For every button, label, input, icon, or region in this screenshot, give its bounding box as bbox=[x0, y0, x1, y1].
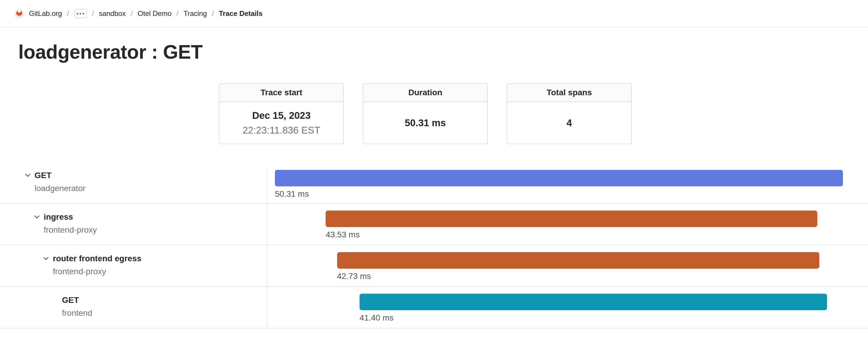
ellipsis-icon bbox=[80, 13, 81, 14]
span-operation-label: GET bbox=[62, 294, 79, 306]
breadcrumb-item-sandbox[interactable]: sandbox bbox=[99, 9, 126, 18]
span-info-cell: GET loadgenerator bbox=[0, 168, 267, 203]
chevron-down-icon bbox=[24, 171, 32, 179]
span-bar-track bbox=[275, 211, 843, 227]
trace-start-card: Trace start Dec 15, 2023 22:23:11.836 ES… bbox=[219, 83, 344, 144]
breadcrumb-separator: / bbox=[67, 9, 69, 18]
span-duration-label: 43.53 ms bbox=[326, 230, 843, 240]
span-waterfall: GET loadgenerator 50.31 ms ingress front… bbox=[0, 168, 868, 328]
span-service-label: frontend-proxy bbox=[42, 266, 267, 277]
span-info-cell: GET frontend bbox=[0, 287, 267, 328]
span-timeline-cell: 41.40 ms bbox=[267, 287, 868, 328]
span-duration-bar[interactable] bbox=[326, 211, 817, 227]
total-spans-value: 4 bbox=[566, 117, 572, 129]
span-bar-track bbox=[275, 170, 843, 186]
breadcrumb-item-otel-demo[interactable]: Otel Demo bbox=[138, 9, 172, 18]
span-duration-bar[interactable] bbox=[337, 252, 819, 268]
duration-card-body: 50.31 ms bbox=[363, 102, 487, 144]
breadcrumb-item-trace-details: Trace Details bbox=[219, 9, 262, 18]
breadcrumb-item-gitlab-org[interactable]: GitLab.org bbox=[29, 9, 62, 18]
span-operation-label: ingress bbox=[44, 212, 73, 223]
breadcrumb-separator: / bbox=[212, 9, 214, 18]
span-duration-label: 50.31 ms bbox=[275, 189, 843, 199]
summary-cards: Trace start Dec 15, 2023 22:23:11.836 ES… bbox=[219, 83, 868, 144]
span-bar-track bbox=[275, 252, 843, 268]
gitlab-tanuki-icon bbox=[16, 11, 23, 17]
breadcrumb-item-tracing[interactable]: Tracing bbox=[183, 9, 207, 18]
duration-value: 50.31 ms bbox=[405, 117, 446, 129]
chevron-down-icon bbox=[33, 213, 41, 221]
span-toggle-button[interactable] bbox=[24, 171, 32, 179]
breadcrumb-separator: / bbox=[177, 9, 179, 18]
span-duration-label: 42.73 ms bbox=[337, 272, 843, 281]
span-info-cell: router frontend egress frontend-proxy bbox=[0, 245, 267, 286]
span-service-label: frontend-proxy bbox=[33, 225, 267, 235]
span-row: GET frontend 41.40 ms bbox=[0, 287, 868, 328]
breadcrumb: GitLab.org / / sandbox / Otel Demo / Tra… bbox=[0, 0, 868, 28]
trace-start-card-header: Trace start bbox=[219, 84, 343, 102]
span-timeline-cell: 43.53 ms bbox=[267, 204, 868, 245]
breadcrumb-separator: / bbox=[131, 9, 133, 18]
trace-start-time: 22:23:11.836 EST bbox=[242, 125, 320, 136]
span-duration-label: 41.40 ms bbox=[360, 313, 843, 323]
span-toggle-button[interactable] bbox=[33, 213, 41, 221]
total-spans-card: Total spans 4 bbox=[507, 83, 632, 144]
span-bar-track bbox=[275, 294, 843, 310]
span-service-label: loadgenerator bbox=[24, 183, 267, 193]
span-row: router frontend egress frontend-proxy 42… bbox=[0, 245, 868, 287]
total-spans-card-header: Total spans bbox=[507, 84, 631, 102]
breadcrumb-collapse-button[interactable] bbox=[74, 9, 87, 18]
total-spans-card-body: 4 bbox=[507, 102, 631, 144]
span-timeline-cell: 42.73 ms bbox=[267, 245, 868, 286]
span-toggle-button[interactable] bbox=[42, 255, 50, 262]
ellipsis-icon bbox=[77, 13, 78, 14]
span-row: ingress frontend-proxy 43.53 ms bbox=[0, 204, 868, 245]
duration-card-header: Duration bbox=[363, 84, 487, 102]
duration-card: Duration 50.31 ms bbox=[363, 83, 488, 144]
span-info-cell: ingress frontend-proxy bbox=[0, 204, 267, 245]
gitlab-logo[interactable] bbox=[14, 9, 24, 18]
ellipsis-icon bbox=[83, 13, 84, 14]
page-title: loadgenerator : GET bbox=[18, 42, 868, 62]
span-row: GET loadgenerator 50.31 ms bbox=[0, 168, 868, 204]
span-operation-label: router frontend egress bbox=[53, 253, 141, 264]
chevron-down-icon bbox=[42, 255, 50, 262]
breadcrumb-separator: / bbox=[92, 9, 94, 18]
span-duration-bar[interactable] bbox=[275, 170, 843, 186]
trace-start-date: Dec 15, 2023 bbox=[252, 110, 311, 121]
trace-start-card-body: Dec 15, 2023 22:23:11.836 EST bbox=[219, 102, 343, 144]
span-duration-bar[interactable] bbox=[360, 294, 827, 310]
span-service-label: frontend bbox=[51, 308, 267, 318]
span-timeline-cell: 50.31 ms bbox=[267, 168, 868, 203]
span-operation-label: GET bbox=[34, 170, 52, 181]
